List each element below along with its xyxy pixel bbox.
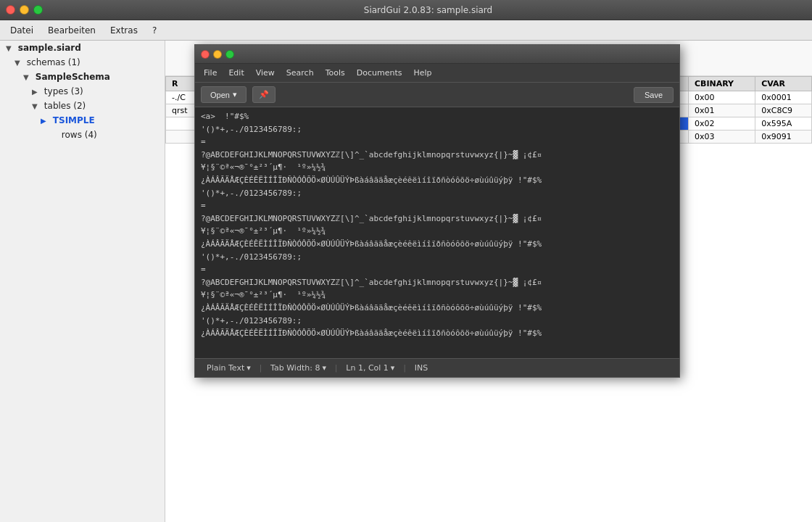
- editor-status-bar: Plain Text ▾ | Tab Width: 8 ▾ | Ln 1, Co…: [195, 358, 679, 377]
- col-header-cbinary: CBINARY: [688, 77, 755, 91]
- editor-menu-bar: File Edit View Search Tools Documents He…: [195, 64, 679, 83]
- editor-line: '()*+,-./0123456789:;: [201, 187, 674, 200]
- editor-line: '()*+,-./0123456789:;: [201, 251, 674, 264]
- table-cell[interactable]: 0x595A: [755, 117, 812, 130]
- editor-line: ¿ÀÁÂÃÄÅÆÇÈÉÊËÌÍÎÏÐÑÒÓÔÕÖ×ØÙÚÛÜÝÞßàáâãäåæ…: [201, 302, 674, 315]
- editor-line: =: [201, 263, 674, 276]
- menu-extras[interactable]: Extras: [103, 22, 145, 38]
- editor-menu-tools[interactable]: Tools: [320, 66, 351, 80]
- table-cell[interactable]: 0x0001: [755, 91, 812, 104]
- sidebar-item-types[interactable]: ▶ types (3): [0, 84, 165, 99]
- table-cell[interactable]: 0x03: [688, 130, 755, 144]
- editor-open-button[interactable]: Open ▾: [201, 86, 246, 103]
- table-cell[interactable]: 0x01: [688, 104, 755, 117]
- table-cell[interactable]: 0xC8C9: [755, 104, 812, 117]
- editor-line: ¿ÀÁÂÃÄÅÆÇÈÉÊËÌÍÎÏÐÑÒÓÔÕÖ×ØÙÚÛÜÝÞßàáâãäåæ…: [201, 327, 674, 340]
- editor-toolbar: Open ▾ 📌 Save: [195, 83, 679, 107]
- editor-minimize-button[interactable]: [213, 50, 222, 59]
- editor-menu-search[interactable]: Search: [281, 66, 320, 80]
- editor-menu-view[interactable]: View: [250, 66, 281, 80]
- position-indicator[interactable]: Ln 1, Col 1 ▾: [340, 362, 400, 374]
- ins-indicator: INS: [409, 362, 434, 374]
- editor-line: ¥¦§¨©ª«¬­®¯°±²³´µ¶· ¹º»¼½¾: [201, 225, 674, 238]
- sidebar-item-schemas[interactable]: ▼ schemas (1): [0, 55, 165, 70]
- title-bar: SiardGui 2.0.83: sample.siard: [0, 0, 812, 20]
- editor-content[interactable]: <a> !"#$%'()*+,-./0123456789:;=?@ABCDEFG…: [195, 107, 679, 358]
- window-title: SiardGui 2.0.83: sample.siard: [50, 5, 806, 15]
- sidebar: ▼ sample.siard ▼ schemas (1) ▼ SampleSch…: [0, 41, 165, 522]
- editor-line: =: [201, 199, 674, 212]
- sidebar-item-sampleschema[interactable]: ▼ SampleSchema: [0, 70, 165, 84]
- editor-window-controls[interactable]: [201, 50, 234, 59]
- table-cell[interactable]: 0x00: [688, 91, 755, 104]
- main-layout: ▼ sample.siard ▼ schemas (1) ▼ SampleSch…: [0, 41, 812, 522]
- editor-pin-button[interactable]: 📌: [252, 86, 276, 103]
- editor-line: ?@ABCDEFGHIJKLMNOPQRSTUVWXYZℤ[\]^_`abcde…: [201, 149, 674, 162]
- tab-width-selector[interactable]: Tab Width: 8 ▾: [265, 362, 332, 374]
- menu-help[interactable]: ?: [145, 22, 164, 38]
- editor-menu-file[interactable]: File: [198, 66, 223, 80]
- status-sep-1: |: [260, 364, 262, 372]
- close-button[interactable]: [6, 5, 15, 14]
- editor-close-button[interactable]: [201, 50, 210, 59]
- sidebar-item-root[interactable]: ▼ sample.siard: [0, 41, 165, 55]
- menu-bar: Datei Bearbeiten Extras ?: [0, 20, 812, 41]
- editor-maximize-button[interactable]: [225, 50, 234, 59]
- menu-bearbeiten[interactable]: Bearbeiten: [41, 22, 103, 38]
- table-cell[interactable]: 0x9091: [755, 130, 812, 144]
- col-header-cvar: CVAR: [755, 77, 812, 91]
- sidebar-item-rows[interactable]: rows (4): [0, 128, 165, 142]
- editor-save-button[interactable]: Save: [634, 87, 674, 103]
- window-controls[interactable]: [6, 5, 43, 14]
- editor-line: '()*+,-./0123456789:;: [201, 315, 674, 328]
- sidebar-item-tables[interactable]: ▼ tables (2): [0, 99, 165, 113]
- sidebar-item-tsimple[interactable]: ▶ TSIMPLE: [0, 113, 165, 128]
- editor-line: ¿ÀÁÂÃÄÅÆÇÈÉÊËÌÍÎÏÐÑÒÓÔÕÖ×ØÙÚÛÜÝÞßàáâãäåæ…: [201, 174, 674, 187]
- menu-datei[interactable]: Datei: [3, 22, 41, 38]
- table-cell[interactable]: 0x02: [688, 117, 755, 130]
- editor-line: ¿ÀÁÂÃÄÅÆÇÈÉÊËÌÍÎÏÐÑÒÓÔÕÖ×ØÙÚÛÜÝÞßàáâãäåæ…: [201, 238, 674, 251]
- text-editor: File Edit View Search Tools Documents He…: [194, 44, 680, 378]
- editor-menu-edit[interactable]: Edit: [223, 66, 249, 80]
- minimize-button[interactable]: [20, 5, 29, 14]
- content-area: Name der Tabelle TSIMPLE Datensätze 0-3 …: [165, 41, 812, 522]
- editor-line: '()*+,-./0123456789:;: [201, 123, 674, 136]
- editor-line: ?@ABCDEFGHIJKLMNOPQRSTUVWXYZℤ[\]^_`abcde…: [201, 212, 674, 225]
- editor-line: <a> !"#$%: [201, 110, 674, 123]
- status-sep-2: |: [335, 364, 337, 372]
- file-type-selector[interactable]: Plain Text ▾: [201, 362, 257, 374]
- maximize-button[interactable]: [33, 5, 43, 14]
- status-sep-3: |: [403, 364, 405, 372]
- editor-title-bar: [195, 45, 679, 64]
- editor-menu-help[interactable]: Help: [407, 66, 437, 80]
- editor-line: ¥¦§¨©ª«¬­®¯°±²³´µ¶· ¹º»¼½¾: [201, 161, 674, 174]
- editor-menu-documents[interactable]: Documents: [351, 66, 408, 80]
- editor-line: ?@ABCDEFGHIJKLMNOPQRSTUVWXYZℤ[\]^_`abcde…: [201, 276, 674, 289]
- editor-line: =: [201, 136, 674, 149]
- editor-line: ¥¦§¨©ª«¬­®¯°±²³´µ¶· ¹º»¼½¾: [201, 289, 674, 302]
